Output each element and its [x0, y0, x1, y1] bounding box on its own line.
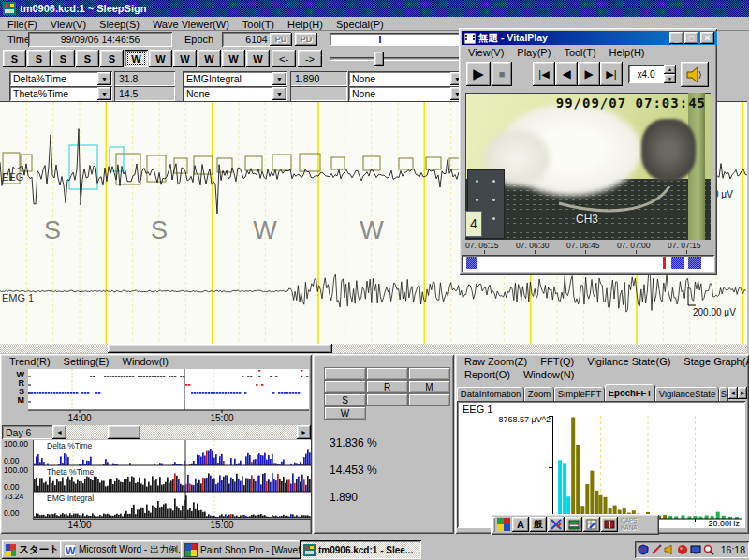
magnifier-icon[interactable] — [703, 544, 715, 556]
stage-button-2[interactable]: S — [51, 50, 75, 67]
menu-specialp[interactable]: Special(P) — [330, 18, 389, 31]
param-combo-1a[interactable]: Delta%Time▼ — [9, 71, 112, 86]
ime-input-mode-button[interactable]: A — [512, 517, 529, 532]
stage-grid-cell-0-0[interactable] — [324, 367, 366, 380]
trend-hscroll-thumb[interactable] — [108, 425, 140, 439]
status-ball-icon[interactable] — [677, 544, 689, 556]
stage-button-0[interactable]: S — [3, 50, 26, 67]
chevron-down-icon[interactable]: ▼ — [272, 72, 286, 85]
stage-button-8[interactable]: W — [198, 50, 221, 67]
jump-end-button[interactable]: ▶| — [600, 62, 623, 86]
fft-menu-reporto[interactable]: Report(O) — [459, 368, 516, 381]
tab-zoom[interactable]: Zoom — [524, 387, 554, 401]
play-button[interactable]: ▶ — [466, 62, 491, 86]
shield-icon[interactable] — [638, 544, 650, 556]
hypnogram[interactable]: WRSM 14:00 15:00 — [4, 369, 309, 425]
epoch-slider-track[interactable] — [330, 57, 466, 61]
maximize-button[interactable]: □ — [684, 32, 698, 44]
ime-grip[interactable] — [492, 517, 495, 532]
start-button[interactable]: スタート — [2, 540, 63, 559]
trend-strips[interactable]: 100.000.00Delta %Time100.000.00Theta %Ti… — [2, 440, 311, 519]
stage-grid-cell-3-0[interactable]: W — [324, 406, 366, 420]
jump-start-button[interactable]: |◀ — [533, 62, 555, 86]
trend-menu-windowi[interactable]: Window(I) — [117, 355, 175, 368]
chevron-down-icon[interactable]: ▼ — [272, 87, 286, 100]
menu-viewv[interactable]: View(V) — [45, 18, 92, 31]
stage-grid-cell-1-1[interactable]: R — [366, 380, 408, 393]
trend-strip-delta-time[interactable]: 100.000.00Delta %Time — [2, 440, 311, 466]
speed-field[interactable]: x4.0 — [628, 65, 664, 83]
stage-grid-cell-2-1[interactable] — [366, 393, 408, 406]
stage-grid-cell-2-0[interactable]: S — [324, 393, 366, 406]
speed-spin-up-icon[interactable]: ▲ — [664, 65, 676, 74]
fft-menu-stagegrapha[interactable]: Stage Graph(A) — [678, 355, 749, 368]
param-combo-3a[interactable]: None▼ — [348, 71, 465, 86]
speed-spin-down-icon[interactable]: ▼ — [664, 74, 676, 83]
close-button[interactable]: × — [700, 32, 714, 44]
menu-helph[interactable]: Help(H) — [282, 18, 329, 31]
taskbar-button-word[interactable]: W Microsoft Word - 出力例... — [60, 540, 185, 559]
trend-strip-theta-time[interactable]: 100.000.00Theta %Time — [2, 466, 311, 493]
stop-button[interactable]: ■ — [492, 62, 512, 86]
stage-grid-cell-1-2[interactable]: M — [408, 380, 450, 393]
tab-scroll-right-icon[interactable]: ► — [738, 387, 747, 399]
wave-hscroll-thumb[interactable] — [108, 344, 332, 353]
vp-menu-playp[interactable]: Play(P) — [511, 46, 556, 59]
taskbar-button-paintshop[interactable]: Paint Shop Pro - [Wavef... — [181, 540, 304, 559]
title-bar[interactable]: tm0906.kcd:1 ~ SleepSign — [0, 0, 749, 17]
stage-grid-cell-0-2[interactable] — [408, 367, 450, 380]
stage-button-9[interactable]: W — [222, 50, 245, 67]
param-combo-2b[interactable]: None▼ — [183, 86, 287, 101]
stage-back-button[interactable]: <- — [272, 50, 296, 67]
step-back-button[interactable]: ◀ — [555, 62, 578, 86]
menu-sleeps[interactable]: Sleep(S) — [94, 18, 145, 31]
fft-menu-fftq[interactable]: FFT(Q) — [535, 355, 580, 368]
video-marker-strip[interactable] — [462, 255, 714, 272]
fft-menu-vigilancestateg[interactable]: Vigilance State(G) — [581, 355, 676, 368]
display-icon[interactable] — [690, 544, 702, 556]
stage-grid-cell-0-1[interactable] — [366, 367, 408, 380]
video-timeline-ruler[interactable]: 07. 06:1507. 06:3007. 06:4507. 07:0007. … — [462, 240, 714, 256]
step-forward-button[interactable]: ▶ — [578, 62, 600, 86]
chevron-down-icon[interactable]: ▼ — [97, 87, 111, 100]
ime-pad-icon[interactable] — [583, 517, 600, 532]
fft-menu-rawzoomz[interactable]: Raw Zoom(Z) — [459, 355, 533, 368]
page-down-button[interactable]: PD — [295, 33, 317, 46]
taskbar-button-sleepsign[interactable]: tm0906.kcd:1 - Slee... — [300, 540, 421, 559]
pen-icon[interactable] — [651, 544, 663, 556]
stage-button-10[interactable]: W — [246, 50, 270, 67]
page-up-button[interactable]: PU — [270, 33, 292, 46]
vp-menu-viewv[interactable]: View(V) — [463, 46, 509, 59]
trend-menu-settinge[interactable]: Setting(E) — [58, 355, 115, 368]
vp-menu-helph[interactable]: Help(H) — [604, 46, 651, 59]
vp-menu-toolt[interactable]: Tool(T) — [558, 46, 601, 59]
stage-button-5[interactable]: W — [125, 50, 148, 67]
tab-s[interactable]: S — [719, 387, 728, 401]
trend-strip-emg-integral[interactable]: 73.240.00EMG Integral — [2, 493, 311, 519]
tab-datainfomation[interactable]: DataInfomation — [457, 387, 524, 401]
wave-hscrollbar[interactable] — [0, 344, 747, 353]
stage-grid-cell-2-2[interactable] — [408, 393, 450, 406]
stage-button-1[interactable]: S — [27, 50, 51, 67]
menu-waveviewerw[interactable]: Wave Viewer(W) — [147, 18, 235, 31]
trend-menu-trendr[interactable]: Trend(R) — [4, 355, 56, 368]
stage-button-7[interactable]: W — [173, 50, 197, 67]
trend-hscrollbar[interactable]: ◄ ► — [52, 425, 311, 439]
stage-button-3[interactable]: S — [76, 50, 99, 67]
vitalplay-title-bar[interactable]: 無題 - VitalPlay _ □ × — [462, 31, 717, 45]
menu-filef[interactable]: File(F) — [2, 18, 43, 31]
chevron-down-icon[interactable]: ▼ — [97, 72, 111, 85]
stage-button-4[interactable]: S — [100, 50, 124, 67]
tab-vigilancestate[interactable]: VigilanceState — [655, 387, 719, 401]
position-indicator[interactable] — [330, 33, 466, 46]
scroll-right-icon[interactable]: ► — [297, 425, 311, 439]
menu-toolt[interactable]: Tool(T) — [237, 18, 280, 31]
scroll-left-icon[interactable]: ◄ — [52, 425, 66, 439]
tab-scroll-left-icon[interactable]: ◄ — [728, 387, 738, 399]
param-combo-1b[interactable]: Theta%Time▼ — [9, 86, 112, 101]
ime-help-book-icon[interactable] — [601, 517, 618, 532]
stage-grid-cell-1-0[interactable] — [324, 380, 366, 393]
minimize-button[interactable]: _ — [669, 32, 683, 44]
fft-menu-windown[interactable]: Window(N) — [518, 368, 580, 381]
tab-epochfft[interactable]: EpochFFT — [605, 384, 655, 401]
